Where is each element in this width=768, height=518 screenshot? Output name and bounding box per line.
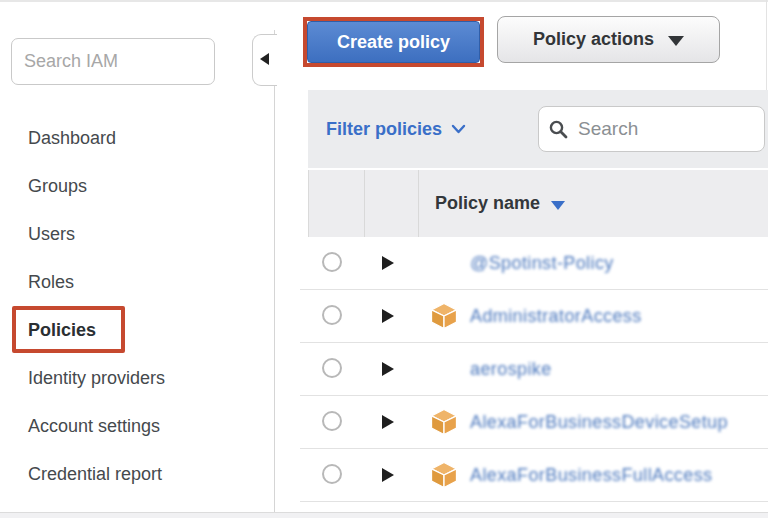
sidebar-item-account-settings[interactable]: Account settings — [0, 402, 274, 450]
sidebar-item-dashboard[interactable]: Dashboard — [0, 114, 274, 162]
radio-button[interactable] — [322, 305, 342, 325]
policy-name-link[interactable]: AlexaForBusinessDeviceSetup — [470, 396, 728, 448]
sidebar-item-users[interactable]: Users — [0, 210, 274, 258]
bottom-edge-strip — [0, 512, 768, 518]
policy-name-link[interactable]: @Spotinst-Policy — [470, 237, 614, 289]
sidebar-item-policies[interactable]: Policies — [0, 306, 274, 354]
policy-name-link[interactable]: AlexaForBusinessFullAccess — [470, 449, 712, 501]
radio-button[interactable] — [322, 358, 342, 378]
aws-managed-icon — [430, 408, 458, 436]
iam-search-input[interactable] — [11, 38, 215, 85]
expand-arrow-icon[interactable] — [382, 309, 394, 323]
sidebar-nav: Dashboard Groups Users Roles Policies Id… — [0, 114, 274, 498]
radio-button[interactable] — [322, 411, 342, 431]
aws-managed-icon — [430, 355, 458, 383]
sidebar-item-credential-report[interactable]: Credential report — [0, 450, 274, 498]
table-row: AdministratorAccess — [300, 290, 768, 343]
policy-name-header-label: Policy name — [435, 193, 540, 214]
table-row: AlexaForBusinessFullAccess — [300, 449, 768, 502]
sidebar-collapse-tab[interactable] — [252, 34, 277, 86]
table-row: aerospike — [300, 343, 768, 396]
chevron-down-icon — [451, 124, 466, 134]
column-header-policy-name[interactable]: Policy name — [435, 170, 565, 237]
right-edge-border — [766, 0, 767, 90]
column-separator — [418, 170, 419, 237]
filter-policies-dropdown[interactable]: Filter policies — [326, 90, 466, 168]
sidebar-item-identity-providers[interactable]: Identity providers — [0, 354, 274, 402]
filter-bar: Filter policies — [308, 90, 768, 168]
radio-button[interactable] — [322, 464, 342, 484]
table-row: AlexaForBusinessDeviceSetup — [300, 396, 768, 449]
policy-name-link[interactable]: aerospike — [470, 343, 552, 395]
aws-managed-icon — [430, 461, 458, 489]
expand-arrow-icon[interactable] — [382, 362, 394, 376]
expand-arrow-icon[interactable] — [382, 256, 394, 270]
sidebar-divider — [274, 30, 275, 512]
chevron-down-icon — [668, 36, 684, 46]
sidebar-item-roles[interactable]: Roles — [0, 258, 274, 306]
collapse-left-arrow-icon — [260, 53, 269, 65]
aws-managed-icon — [430, 249, 458, 277]
table-header: Policy name — [308, 170, 768, 237]
policy-name-link[interactable]: AdministratorAccess — [470, 290, 642, 342]
policy-actions-button[interactable]: Policy actions — [497, 16, 720, 63]
aws-managed-icon — [430, 302, 458, 330]
policy-table-body: @Spotinst-Policy AdministratorAccess aer… — [300, 237, 768, 502]
iam-sidebar: Dashboard Groups Users Roles Policies Id… — [0, 2, 274, 512]
radio-button[interactable] — [322, 252, 342, 272]
search-icon — [549, 120, 568, 139]
policy-actions-label: Policy actions — [533, 29, 654, 50]
filter-policies-label: Filter policies — [326, 119, 442, 140]
expand-arrow-icon[interactable] — [382, 415, 394, 429]
expand-arrow-icon[interactable] — [382, 468, 394, 482]
create-policy-button[interactable]: Create policy — [307, 21, 480, 63]
policy-search-box[interactable] — [538, 106, 765, 152]
sidebar-item-groups[interactable]: Groups — [0, 162, 274, 210]
column-separator — [364, 170, 365, 237]
policy-search-input[interactable] — [576, 117, 754, 141]
table-row: @Spotinst-Policy — [300, 237, 768, 290]
sort-caret-icon — [551, 201, 565, 210]
